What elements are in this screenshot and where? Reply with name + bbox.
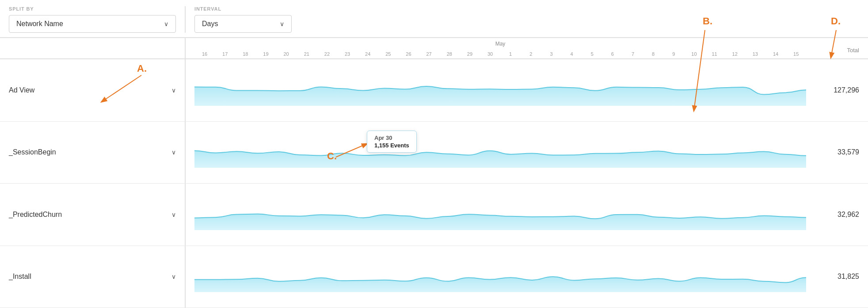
row-label-cell: Ad View ∨ bbox=[0, 59, 186, 121]
date-tick: 9 bbox=[663, 51, 684, 57]
date-tick: 22 bbox=[317, 51, 337, 57]
row-label: Ad View bbox=[9, 86, 34, 94]
date-tick: 2 bbox=[521, 51, 541, 57]
interval-arrow: ∨ bbox=[280, 20, 284, 27]
date-ticks: May 161718192021222324252627282930123456… bbox=[194, 41, 806, 57]
date-tick: 18 bbox=[235, 51, 255, 57]
sparkline-chart bbox=[194, 137, 806, 168]
date-tick: 26 bbox=[398, 51, 419, 57]
date-tick: 25 bbox=[378, 51, 398, 57]
date-tick: 27 bbox=[419, 51, 439, 57]
date-tick: 28 bbox=[439, 51, 460, 57]
row-label: _PredictedChurn bbox=[9, 211, 62, 219]
total-header: Total bbox=[815, 38, 868, 58]
interval-label: INTERVAL bbox=[194, 6, 292, 12]
row-chart-cell bbox=[186, 184, 815, 246]
split-by-label: SPLIT BY bbox=[9, 6, 176, 12]
row-total: 33,579 bbox=[815, 148, 868, 156]
row-chevron[interactable]: ∨ bbox=[171, 211, 176, 218]
date-tick: 23 bbox=[337, 51, 358, 57]
interval-panel: INTERVAL Days ∨ bbox=[186, 6, 868, 33]
date-tick: 5 bbox=[582, 51, 602, 57]
date-tick: 14 bbox=[765, 51, 786, 57]
date-labels-container: May 161718192021222324252627282930123456… bbox=[186, 38, 815, 58]
row-total: 31,825 bbox=[815, 273, 868, 281]
date-tick: 8 bbox=[643, 51, 663, 57]
date-tick: 4 bbox=[562, 51, 582, 57]
sparkline-chart bbox=[194, 261, 806, 292]
row-label: _Install bbox=[9, 273, 31, 281]
row-label-cell: _Install ∨ bbox=[0, 246, 186, 308]
row-label-cell: _PredictedChurn ∨ bbox=[0, 184, 186, 246]
sparkline-chart bbox=[194, 75, 806, 106]
row-chevron[interactable]: ∨ bbox=[171, 149, 176, 156]
date-tick: 15 bbox=[786, 51, 806, 57]
split-by-value: Network Name bbox=[16, 20, 63, 28]
date-tick: 17 bbox=[215, 51, 235, 57]
row-label: _SessionBegin bbox=[9, 148, 56, 156]
may-label: May bbox=[495, 41, 506, 47]
data-row: _PredictedChurn ∨ 32,962 bbox=[0, 184, 868, 246]
date-tick: 24 bbox=[358, 51, 378, 57]
row-total: 127,296 bbox=[815, 86, 868, 94]
date-tick: 6 bbox=[602, 51, 623, 57]
data-row: _Install ∨ 31,825 bbox=[0, 246, 868, 308]
sparkline-chart bbox=[194, 199, 806, 230]
data-rows-container: Ad View ∨ 127,296 _SessionBegin ∨ bbox=[0, 59, 868, 308]
header-row: SPLIT BY Network Name ∨ INTERVAL Days ∨ bbox=[0, 0, 868, 38]
date-tick: 30 bbox=[480, 51, 500, 57]
split-by-arrow: ∨ bbox=[164, 20, 168, 27]
interval-dropdown[interactable]: Days ∨ bbox=[194, 15, 292, 33]
date-tick: 10 bbox=[684, 51, 704, 57]
date-tick: 19 bbox=[255, 51, 276, 57]
data-row: _SessionBegin ∨ 33,579 bbox=[0, 122, 868, 184]
date-tick: 13 bbox=[745, 51, 765, 57]
axis-spacer bbox=[0, 38, 186, 58]
date-tick: 1 bbox=[500, 51, 521, 57]
split-by-dropdown[interactable]: Network Name ∨ bbox=[9, 15, 176, 33]
row-chart-cell bbox=[186, 246, 815, 308]
main-container: A. B. C. D. SPLIT BY Network Name ∨ bbox=[0, 0, 868, 308]
split-by-panel: SPLIT BY Network Name ∨ bbox=[0, 6, 186, 33]
row-chevron[interactable]: ∨ bbox=[171, 87, 176, 94]
row-label-cell: _SessionBegin ∨ bbox=[0, 122, 186, 184]
date-ticks-list: 1617181920212223242526272829301234567891… bbox=[194, 51, 806, 57]
date-axis-row: May 161718192021222324252627282930123456… bbox=[0, 38, 868, 59]
row-chart-cell bbox=[186, 122, 815, 184]
row-chart-cell bbox=[186, 59, 815, 121]
date-tick: 12 bbox=[725, 51, 745, 57]
date-tick: 21 bbox=[297, 51, 317, 57]
date-tick: 7 bbox=[623, 51, 643, 57]
interval-value: Days bbox=[202, 20, 218, 28]
date-tick: 20 bbox=[276, 51, 297, 57]
date-tick: 11 bbox=[704, 51, 725, 57]
date-tick: 3 bbox=[541, 51, 561, 57]
row-total: 32,962 bbox=[815, 211, 868, 219]
date-tick: 29 bbox=[460, 51, 480, 57]
date-tick: 16 bbox=[194, 51, 215, 57]
row-chevron[interactable]: ∨ bbox=[171, 273, 176, 280]
data-row: Ad View ∨ 127,296 bbox=[0, 59, 868, 122]
